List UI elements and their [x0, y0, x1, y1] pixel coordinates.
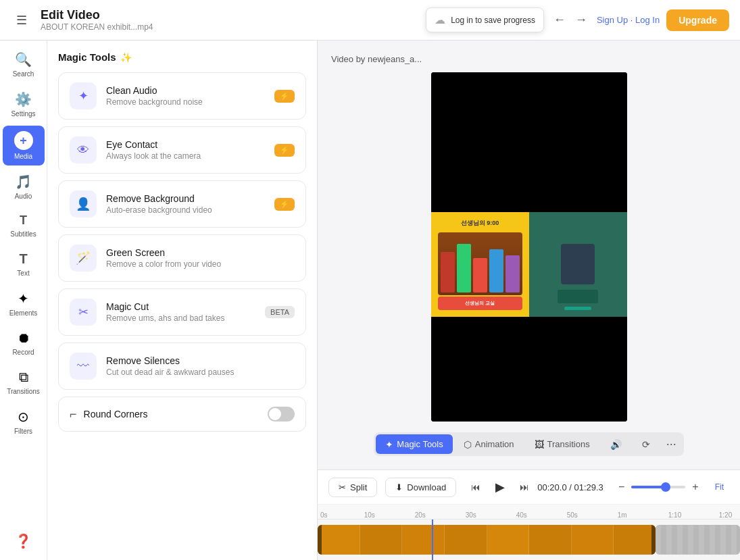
sidebar-item-subtitles[interactable]: T Subtitles	[3, 208, 45, 243]
download-label: Download	[407, 482, 446, 492]
playhead[interactable]	[432, 519, 433, 560]
login-tooltip-text: Log in to save progress	[451, 16, 535, 25]
magic-cut-beta-badge: BETA	[265, 306, 295, 318]
ruler-50s: 50s	[567, 511, 578, 519]
tab-speed[interactable]: ⟳	[633, 434, 660, 454]
sidebar-item-label-filters: Filters	[14, 428, 32, 435]
sidebar-item-settings[interactable]: ⚙️ Settings	[3, 86, 45, 123]
zoom-slider[interactable]	[631, 486, 685, 488]
zoom-controls: − +	[616, 478, 701, 496]
ruler-110: 1:10	[668, 511, 681, 519]
video-left-yellow: 선생님의 9:00 선생님의 교실	[431, 212, 529, 317]
green-screen-icon: 🪄	[76, 251, 91, 265]
auth-links: Sign Up · Log In	[597, 15, 660, 25]
filters-icon: ⊙	[18, 409, 29, 425]
tool-card-remove-bg[interactable]: 👤 Remove Background Auto-erase backgroun…	[58, 180, 306, 228]
main-clip[interactable]	[318, 525, 656, 555]
video-bottom-black	[431, 317, 627, 422]
split-button[interactable]: ✂ Split	[328, 478, 377, 497]
sidebar-item-text[interactable]: T Text	[3, 246, 45, 282]
tab-transitions-label: Transitions	[547, 439, 590, 449]
sidebar-item-label-text: Text	[17, 270, 29, 277]
undo-button[interactable]: ←	[551, 10, 568, 30]
tab-audio[interactable]: 🔊	[601, 434, 631, 454]
eye-contact-desc: Always look at the camera	[106, 151, 265, 161]
magic-tools-tab-icon: ✦	[385, 439, 393, 450]
redo-button[interactable]: →	[572, 10, 590, 30]
clip-start-handle[interactable]	[318, 525, 322, 555]
time-display: 00:20.0 / 01:29.3	[537, 482, 603, 492]
audio-icon: 🎵	[15, 174, 32, 190]
round-corners-label: ⌐ Round Corners	[70, 407, 147, 422]
remove-bg-name: Remove Background	[106, 193, 265, 204]
record-icon: ⏺	[17, 330, 30, 346]
sidebar-icons: 🔍 Search ⚙️ Settings + Media 🎵 Audio T S…	[0, 41, 47, 560]
play-button[interactable]: ▶	[489, 476, 512, 499]
tab-bar-wrapper: ✦ Magic Tools ⬡ Animation 🖼 Transitions …	[374, 432, 683, 456]
sidebar-item-transitions[interactable]: ⧉ Transitions	[3, 364, 45, 401]
tab-transitions[interactable]: 🖼 Transitions	[525, 434, 599, 454]
settings-icon: ⚙️	[15, 91, 32, 107]
total-time: 01:29.3	[574, 482, 603, 492]
help-icon: ❓	[15, 533, 32, 549]
ruler-120: 1:20	[719, 511, 732, 519]
clean-audio-info: Clean Audio Remove background noise	[106, 85, 265, 107]
timeline-tracks	[318, 519, 740, 560]
tab-magic-tools[interactable]: ✦ Magic Tools	[376, 434, 452, 454]
sidebar-item-record[interactable]: ⏺ Record	[3, 325, 45, 361]
sidebar-item-media[interactable]: + Media	[3, 126, 45, 166]
zoom-thumb[interactable]	[661, 482, 670, 492]
green-screen-desc: Remove a color from your video	[106, 259, 295, 269]
page-subtitle: ABOUT KOREAN exhibit...mp4	[41, 22, 418, 32]
panel-section-title: Magic Tools ✨	[58, 51, 306, 63]
log-in-link[interactable]: Log In	[635, 15, 660, 25]
tab-animation[interactable]: ⬡ Animation	[454, 434, 524, 454]
sidebar-item-search[interactable]: 🔍 Search	[3, 46, 45, 83]
text-icon: T	[19, 251, 27, 267]
tab-animation-label: Animation	[475, 439, 514, 449]
secondary-clip[interactable]	[656, 525, 740, 555]
sidebar-item-help[interactable]: ❓	[3, 528, 45, 555]
clean-audio-badge: ⚡	[274, 90, 295, 103]
green-screen-name: Green Screen	[106, 247, 295, 258]
video-preview-area: Video by newjeans_a... 선생님의 9:00	[318, 41, 740, 469]
panel-title-text: Magic Tools	[58, 51, 116, 63]
sidebar-item-filters[interactable]: ⊙ Filters	[3, 403, 45, 440]
clean-audio-icon-wrap: ✦	[70, 82, 97, 109]
tool-card-clean-audio[interactable]: ✦ Clean Audio Remove background noise ⚡	[58, 72, 306, 120]
round-corners-section: ⌐ Round Corners	[58, 397, 306, 432]
upgrade-button[interactable]: Upgrade	[666, 9, 729, 31]
download-button[interactable]: ⬇ Download	[385, 478, 456, 497]
tool-card-eye-contact[interactable]: 👁 Eye Contact Always look at the camera …	[58, 126, 306, 174]
tool-card-remove-silences[interactable]: 〰 Remove Silences Cut out dead air & awk…	[58, 342, 306, 390]
zoom-out-button[interactable]: −	[616, 478, 627, 496]
page-title: Edit Video	[41, 8, 418, 22]
sidebar-item-audio[interactable]: 🎵 Audio	[3, 168, 45, 205]
panel: Magic Tools ✨ ✦ Clean Audio Remove backg…	[47, 41, 318, 560]
tab-more-button[interactable]: ···	[661, 434, 682, 454]
header-right: ☁ Log in to save progress ← → Sign Up · …	[426, 7, 729, 32]
hamburger-icon[interactable]: ☰	[11, 10, 32, 30]
tool-card-magic-cut[interactable]: ✂ Magic Cut Remove ums, ahs and bad take…	[58, 288, 306, 336]
tab-magic-tools-label: Magic Tools	[397, 439, 443, 449]
round-corners-toggle[interactable]	[268, 407, 295, 422]
remove-bg-info: Remove Background Auto-erase background …	[106, 193, 265, 215]
magic-cut-info: Magic Cut Remove ums, ahs and bad takes	[106, 301, 255, 323]
sign-up-link[interactable]: Sign Up	[597, 15, 628, 25]
elements-icon: ✦	[18, 290, 29, 307]
skip-back-button[interactable]: ⏮	[468, 479, 483, 495]
subtitles-icon: T	[20, 213, 27, 228]
zoom-in-button[interactable]: +	[689, 478, 701, 496]
skip-forward-button[interactable]: ⏭	[517, 479, 532, 495]
timeline-area: ✂ Split ⬇ Download ⏮ ▶ ⏭ 00:20.0 / 01:29…	[318, 469, 740, 560]
ruler-20s: 20s	[415, 511, 426, 519]
audio-tab-icon: 🔊	[610, 439, 622, 450]
video-container: 선생님의 9:00 선생님의 교실	[431, 72, 627, 422]
remove-silences-info: Remove Silences Cut out dead air & awkwa…	[106, 355, 295, 377]
remove-bg-badge: ⚡	[274, 198, 295, 211]
sidebar-item-elements[interactable]: ✦ Elements	[3, 285, 45, 322]
eye-contact-badge: ⚡	[274, 144, 295, 157]
round-corners-icon: ⌐	[70, 407, 77, 422]
fit-button[interactable]: Fit	[710, 480, 729, 494]
tool-card-green-screen[interactable]: 🪄 Green Screen Remove a color from your …	[58, 234, 306, 282]
